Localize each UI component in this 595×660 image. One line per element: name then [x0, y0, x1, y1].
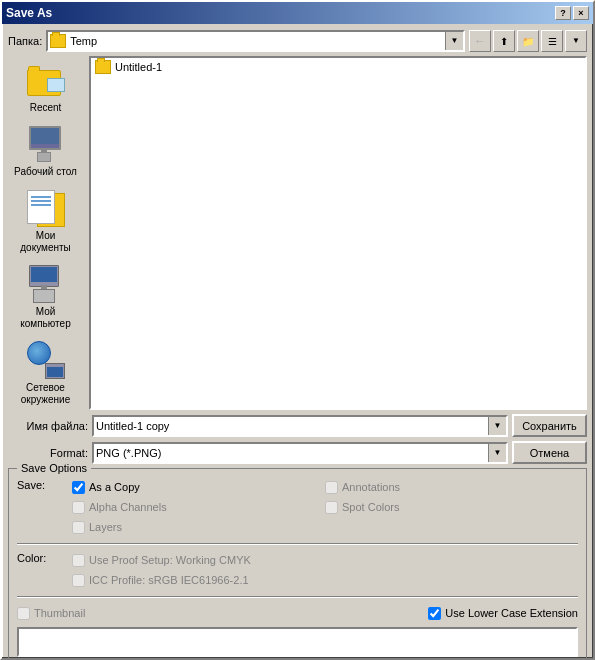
up-button[interactable]: ⬆: [493, 30, 515, 52]
save-checkboxes: As a Copy Alpha Channels Layers: [72, 477, 578, 537]
filename-label: Имя файла:: [8, 420, 88, 432]
save-button[interactable]: Сохранить: [512, 414, 587, 437]
filename-dropdown-arrow[interactable]: ▼: [488, 417, 506, 435]
annotations-label: Annotations: [342, 481, 400, 493]
chevron-down-icon: ▼: [451, 37, 459, 45]
format-input-wrapper: ▼: [92, 442, 508, 464]
lower-case-label: Use Lower Case Extension: [445, 607, 578, 619]
right-checkboxes: Annotations Spot Colors: [325, 477, 578, 537]
thumbnail-label: Thumbnail: [34, 607, 85, 619]
proof-setup-row: Use Proof Setup: Working CMYK: [72, 550, 578, 570]
text-input-area[interactable]: [17, 627, 578, 657]
layers-row: Layers: [72, 517, 325, 537]
layers-checkbox[interactable]: [72, 521, 85, 534]
sidebar-label-documents: Мои документы: [10, 230, 81, 254]
sidebar-item-desktop[interactable]: Рабочий стол: [8, 120, 83, 182]
bottom-form: Имя файла: ▼ Сохранить Format: ▼ Отм: [8, 414, 587, 464]
save-label: Save:: [17, 477, 72, 491]
folder-icon: [50, 34, 66, 48]
recent-icon: [26, 60, 66, 100]
proof-setup-checkbox[interactable]: [72, 554, 85, 567]
up-icon: ⬆: [500, 36, 508, 47]
spot-colors-row: Spot Colors: [325, 497, 578, 517]
window-body: Папка: Temp ▼ ← ⬆ 📁: [2, 24, 593, 660]
divider-2: [17, 596, 578, 597]
format-dropdown-arrow[interactable]: ▼: [488, 444, 506, 462]
new-folder-icon: 📁: [522, 36, 534, 47]
layers-label: Layers: [89, 521, 122, 533]
save-as-window: Save As ? × Папка: Temp ▼ ←: [0, 0, 595, 660]
documents-icon: [26, 188, 66, 228]
view-icon: ☰: [548, 36, 557, 47]
computer-icon: [26, 264, 66, 304]
icc-profile-label: ICC Profile: sRGB IEC61966-2.1: [89, 574, 249, 586]
color-section: Color: Use Proof Setup: Working CMYK ICC…: [17, 550, 578, 590]
sidebar-item-recent[interactable]: Recent: [8, 56, 83, 118]
chevron-down-icon: ▼: [494, 422, 502, 430]
title-bar: Save As ? ×: [2, 2, 593, 24]
sidebar-label-computer: Мой компьютер: [10, 306, 81, 330]
thumbnail-checkbox[interactable]: [17, 607, 30, 620]
help-button[interactable]: ?: [555, 6, 571, 20]
file-browser[interactable]: Untitled-1: [89, 56, 587, 410]
proof-setup-label: Use Proof Setup: Working CMYK: [89, 554, 251, 566]
save-options-group: Save Options Save: As a Copy: [8, 468, 587, 660]
left-checkboxes: As a Copy Alpha Channels Layers: [72, 477, 325, 537]
checkboxes-grid: As a Copy Alpha Channels Layers: [72, 477, 578, 537]
sidebar-label-recent: Recent: [30, 102, 62, 114]
sidebar: Recent Рабочий стол: [8, 56, 83, 410]
icc-profile-row: ICC Profile: sRGB IEC61966-2.1: [72, 570, 578, 590]
network-icon: [26, 340, 66, 380]
folder-dropdown-arrow[interactable]: ▼: [445, 32, 463, 50]
window-title: Save As: [6, 6, 52, 20]
sidebar-label-network: Сетевое окружение: [10, 382, 81, 406]
color-options: Use Proof Setup: Working CMYK ICC Profil…: [72, 550, 578, 590]
view-dropdown-button[interactable]: ▼: [565, 30, 587, 52]
folder-bar: Папка: Temp ▼ ← ⬆ 📁: [8, 30, 587, 52]
spot-colors-checkbox[interactable]: [325, 501, 338, 514]
format-label: Format:: [8, 447, 88, 459]
alpha-channels-row: Alpha Channels: [72, 497, 325, 517]
format-input[interactable]: [94, 444, 488, 462]
view-button[interactable]: ☰: [541, 30, 563, 52]
file-item[interactable]: Untitled-1: [91, 58, 585, 76]
annotations-row: Annotations: [325, 477, 578, 497]
desktop-icon: [26, 124, 66, 164]
sidebar-label-desktop: Рабочий стол: [14, 166, 77, 178]
as-copy-row: As a Copy: [72, 477, 325, 497]
folder-combo[interactable]: Temp ▼: [46, 30, 465, 52]
cancel-button[interactable]: Отмена: [512, 441, 587, 464]
filename-row: Имя файла: ▼ Сохранить: [8, 414, 587, 437]
as-copy-label: As a Copy: [89, 481, 140, 493]
format-row: Format: ▼ Отмена: [8, 441, 587, 464]
annotations-checkbox[interactable]: [325, 481, 338, 494]
back-icon: ←: [474, 34, 486, 48]
lower-case-checkbox[interactable]: [428, 607, 441, 620]
new-folder-button[interactable]: 📁: [517, 30, 539, 52]
main-area: Recent Рабочий стол: [8, 56, 587, 410]
lower-case-row: Use Lower Case Extension: [428, 603, 578, 623]
file-folder-icon: [95, 60, 111, 74]
file-name: Untitled-1: [115, 61, 162, 73]
spot-colors-label: Spot Colors: [342, 501, 399, 513]
color-label: Color:: [17, 550, 72, 564]
alpha-channels-checkbox[interactable]: [72, 501, 85, 514]
filename-input-wrapper: ▼: [92, 415, 508, 437]
alpha-channels-label: Alpha Channels: [89, 501, 167, 513]
thumbnail-row: Thumbnail: [17, 603, 85, 623]
sidebar-item-documents[interactable]: Мои документы: [8, 184, 83, 258]
save-options-title: Save Options: [17, 462, 91, 474]
save-section: Save: As a Copy Alpha Channels: [17, 477, 578, 537]
bottom-options-row: Thumbnail Use Lower Case Extension: [17, 603, 578, 623]
filename-input[interactable]: [94, 417, 488, 435]
sidebar-item-computer[interactable]: Мой компьютер: [8, 260, 83, 334]
folder-name: Temp: [70, 35, 97, 47]
as-copy-checkbox[interactable]: [72, 481, 85, 494]
back-button[interactable]: ←: [469, 30, 491, 52]
close-button[interactable]: ×: [573, 6, 589, 20]
sidebar-item-network[interactable]: Сетевое окружение: [8, 336, 83, 410]
folder-label: Папка:: [8, 35, 42, 47]
divider-1: [17, 543, 578, 544]
chevron-down-icon: ▼: [572, 37, 580, 45]
icc-profile-checkbox[interactable]: [72, 574, 85, 587]
